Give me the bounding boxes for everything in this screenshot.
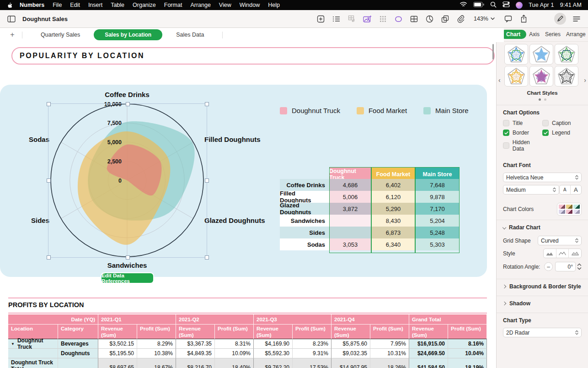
pivot-value-cell[interactable]: 7.95%	[370, 339, 409, 349]
list-view-icon[interactable]	[331, 13, 341, 24]
ref-cell[interactable]: 7,648	[415, 179, 460, 191]
chart-colors-swatch[interactable]	[557, 203, 582, 216]
shapes-group-icon[interactable]	[440, 13, 450, 24]
checkbox-checked-icon[interactable]	[503, 130, 509, 136]
pivot-value-cell[interactable]: 18.67%	[137, 358, 176, 368]
ref-cell[interactable]: 9,878	[415, 191, 460, 203]
font-family-dropdown[interactable]: Helvetica Neue	[503, 173, 582, 182]
menu-window[interactable]: Window	[235, 2, 264, 8]
pivot-value-cell[interactable]: 18.26%	[370, 358, 409, 368]
chevron-down-icon[interactable]	[502, 226, 506, 229]
pivot-group-header[interactable]: 2021-Q3	[254, 314, 331, 325]
chart-legend[interactable]: Doughnut TruckFood MarketMain Store	[280, 107, 469, 114]
checkbox-checked-icon[interactable]	[542, 130, 549, 136]
pivot-group-header[interactable]: 2021-Q4	[331, 314, 409, 325]
pivot-value-cell[interactable]: $4,849.35	[176, 349, 215, 358]
table-icon[interactable]	[409, 13, 419, 24]
checkbox-icon[interactable]	[542, 120, 549, 126]
menu-help[interactable]: Help	[264, 2, 284, 8]
pivot-value-cell[interactable]: $9,032.35	[331, 349, 370, 358]
pivot-value-cell[interactable]: 10.31%	[370, 349, 409, 358]
selection-handle[interactable]	[47, 102, 51, 106]
radar-style-line-button[interactable]	[556, 249, 569, 258]
rotation-decrease-button[interactable]: –	[544, 262, 553, 271]
pivot-value-cell[interactable]: $14,907.95	[331, 358, 370, 368]
pivot-value-cell[interactable]: 8.29%	[137, 339, 176, 349]
spotlight-search-icon[interactable]	[490, 1, 497, 9]
checkbox-caption[interactable]: Caption	[542, 120, 582, 126]
pivot-value-cell[interactable]: 10.04%	[448, 349, 487, 358]
radar-chart-object[interactable]: 02,5005,0007,50010,000 Coffee DrinksFill…	[0, 85, 487, 277]
menu-organize[interactable]: Organize	[128, 2, 160, 8]
sheet-tab-sales-data[interactable]: Sales Data	[162, 32, 218, 38]
ref-cell[interactable]: 7,170	[415, 203, 460, 215]
selection-handle[interactable]	[205, 179, 209, 183]
pivot-value-cell[interactable]: 18.19%	[448, 358, 487, 368]
sheet-tab-sales-by-location[interactable]: Sales by Location	[94, 29, 162, 40]
pivot-col-header[interactable]: Profit (Sum)	[370, 325, 409, 339]
zoom-control[interactable]: 143%	[474, 16, 495, 22]
selection-handle[interactable]	[47, 255, 51, 260]
chart-style-5[interactable]	[529, 66, 553, 87]
menu-view[interactable]: View	[215, 2, 235, 8]
pivot-value-cell[interactable]: 10.09%	[215, 349, 254, 358]
chart-style-4[interactable]	[504, 66, 528, 87]
battery-icon[interactable]	[473, 2, 484, 9]
pivot-value-cell[interactable]: 8.16%	[448, 339, 487, 349]
pivot-col-header[interactable]: Revenue (Sum)	[176, 325, 215, 339]
ref-cell[interactable]: 6,402	[371, 179, 415, 191]
pivot-category-cell[interactable]: Beverages	[58, 339, 98, 349]
ref-cell[interactable]: 5,290	[371, 203, 415, 215]
ref-cell[interactable]: 5,303	[415, 238, 460, 250]
ref-cell[interactable]: 8,430	[371, 215, 415, 227]
control-center-icon[interactable]	[502, 1, 510, 9]
ref-cell[interactable]: 3,053	[329, 238, 371, 250]
add-sheet-button[interactable]: +	[7, 31, 17, 39]
menu-numbers[interactable]: Numbers	[16, 2, 48, 8]
chevron-right-icon[interactable]	[502, 302, 506, 305]
pivot-col-header[interactable]: Revenue (Sum)	[254, 325, 293, 339]
format-sidebar-icon[interactable]	[572, 13, 582, 24]
selection-handle[interactable]	[47, 179, 51, 183]
styles-prev-icon[interactable]: ‹	[498, 76, 501, 84]
ref-cell[interactable]: 5,248	[415, 227, 460, 238]
pivot-col-header[interactable]: Revenue (Sum)	[331, 325, 370, 339]
ref-cell[interactable]	[329, 227, 371, 238]
pivot-value-cell[interactable]: $41,584.50	[409, 358, 448, 368]
ref-row-label[interactable]: Coffee Drinks	[280, 179, 329, 191]
comment-icon[interactable]	[503, 13, 513, 24]
pivot-category-cell[interactable]	[58, 358, 98, 368]
font-size-decrease-button[interactable]: A	[560, 185, 570, 194]
pivot-value-cell[interactable]: $5,592.30	[254, 349, 293, 358]
shape-icon[interactable]	[393, 13, 403, 24]
chart-style-1[interactable]	[504, 44, 528, 65]
pivot-value-cell[interactable]: 9.31%	[293, 349, 331, 358]
page-dot[interactable]	[544, 98, 546, 101]
checkbox-hidden-data[interactable]: Hidden Data	[503, 139, 542, 152]
pivot-value-cell[interactable]: 18.40%	[215, 358, 254, 368]
grid-shape-dropdown[interactable]: Curved	[538, 236, 582, 245]
ref-cell[interactable]	[329, 215, 371, 227]
ref-cell[interactable]: 6,873	[371, 227, 415, 238]
pivot-value-cell[interactable]: 8.31%	[215, 339, 254, 349]
ref-row-label[interactable]: Sandwiches	[280, 215, 329, 227]
share-icon[interactable]	[519, 13, 529, 24]
inspector-tab-arrange[interactable]: Arrange	[563, 30, 588, 39]
menu-format[interactable]: Format	[160, 2, 187, 8]
rotation-stepper[interactable]	[577, 263, 582, 270]
selection-handle[interactable]	[126, 102, 130, 106]
pivot-value-cell[interactable]: $4,169.90	[254, 339, 293, 349]
pivot-group-header[interactable]: 2021-Q1	[98, 314, 176, 325]
sidebar-toggle-icon[interactable]	[6, 13, 16, 24]
pivot-value-cell[interactable]: $8,697.65	[98, 358, 137, 368]
menu-insert[interactable]: Insert	[84, 2, 107, 8]
chart-style-2[interactable]	[529, 44, 553, 65]
page-title-box[interactable]: POPULARITY BY LOCATION	[11, 47, 495, 65]
document-title[interactable]: Doughnut Sales	[22, 16, 68, 22]
pivot-value-cell[interactable]: $24,669.50	[409, 349, 448, 358]
disclosure-triangle-icon[interactable]: ▼	[11, 342, 15, 346]
checkbox-title[interactable]: Title	[503, 120, 542, 126]
ref-row-label[interactable]: Filled Doughnuts	[280, 191, 329, 203]
pivot-col-header[interactable]: Revenue (Sum)	[409, 325, 448, 339]
radar-style-line-fill-button[interactable]	[568, 249, 581, 258]
